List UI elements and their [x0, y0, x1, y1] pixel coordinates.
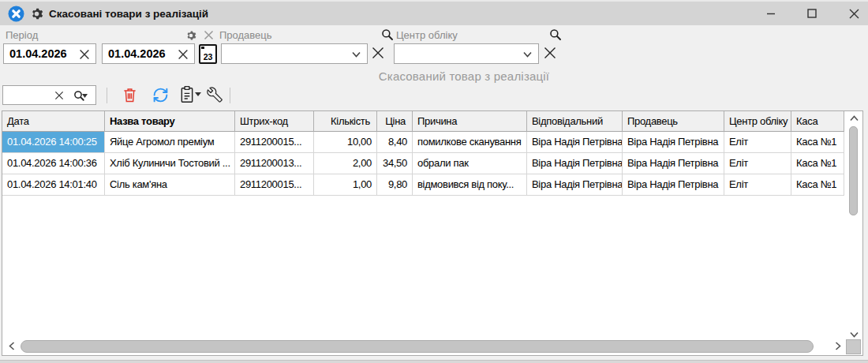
cell-product[interactable]: Сіль кам'яна [105, 174, 235, 196]
seller-search-icon[interactable] [381, 28, 394, 41]
column-header-reason[interactable]: Причина [413, 111, 527, 132]
cell-seller[interactable]: Віра Надія Петрівна [623, 153, 724, 174]
search-clear-icon[interactable] [54, 91, 65, 102]
column-header-quantity[interactable]: Кількість [314, 111, 377, 132]
cell-date[interactable]: 01.04.2026 14:01:40 [2, 174, 105, 196]
data-grid: Дата Назва товару Штрих-код Кількість Ці… [2, 110, 863, 356]
cell-date[interactable]: 01.04.2026 14:00:36 [2, 153, 105, 174]
cell-barcode[interactable]: 2911200013... [235, 153, 314, 174]
column-header-barcode[interactable]: Штрих-код [235, 111, 314, 132]
chevron-down-icon [523, 51, 532, 58]
period-label: Період [6, 29, 38, 41]
app-icon [8, 6, 24, 22]
cell-cash[interactable]: Каса №1 [791, 153, 844, 174]
cell-price[interactable]: 8,40 [377, 132, 413, 153]
cell-product[interactable]: Хліб Кулиничи Тостовий ... [105, 153, 235, 174]
cell-responsible[interactable]: Віра Надія Петрівна [527, 174, 623, 196]
table-row[interactable]: 01.04.2026 14:00:25 Яйце Агромол преміум… [2, 132, 844, 153]
gear-icon[interactable] [30, 7, 43, 21]
cell-product[interactable]: Яйце Агромол преміум [105, 132, 235, 153]
maximize-button[interactable] [796, 2, 828, 25]
horizontal-scrollbar-thumb[interactable] [21, 340, 814, 353]
delete-button[interactable] [119, 84, 140, 105]
close-button[interactable] [838, 2, 868, 25]
chevron-down-icon [352, 51, 361, 58]
table-row[interactable]: 01.04.2026 14:00:36 Хліб Кулиничи Тостов… [2, 153, 844, 174]
center-clear-button[interactable] [544, 47, 557, 60]
cell-barcode[interactable]: 2911200015... [235, 174, 314, 196]
column-header-responsible[interactable]: Відповідальний [527, 111, 623, 132]
calendar-icon[interactable]: 23 [199, 44, 217, 64]
date-to-clear-icon[interactable] [178, 49, 189, 60]
cell-center[interactable]: Еліт [724, 153, 791, 174]
cell-quantity[interactable]: 2,00 [314, 153, 377, 174]
column-header-date[interactable]: Дата [2, 111, 105, 132]
period-settings-gear-icon[interactable] [185, 30, 196, 41]
cell-reason[interactable]: помилкове сканування [413, 132, 527, 153]
cell-reason[interactable]: відмовився від поку... [413, 174, 527, 196]
window-bottom-edge [0, 360, 868, 363]
cell-quantity[interactable]: 1,00 [314, 174, 377, 196]
seller-label: Продавець [219, 29, 272, 41]
seller-clear-button[interactable] [372, 47, 385, 60]
center-combobox[interactable] [394, 43, 539, 64]
scroll-down-arrow[interactable] [850, 331, 859, 338]
column-header-price[interactable]: Ціна [377, 111, 413, 132]
cell-price[interactable]: 34,50 [377, 153, 413, 174]
cell-price[interactable]: 9,80 [377, 174, 413, 196]
cell-cash[interactable]: Каса №1 [791, 174, 844, 196]
column-header-center[interactable]: Центр обліку [724, 111, 791, 132]
cell-seller[interactable]: Віра Надія Петрівна [623, 174, 724, 196]
scroll-left-arrow[interactable] [9, 342, 15, 350]
window-title: Скасовані товари з реалізацій [49, 8, 208, 20]
center-search-icon[interactable] [549, 28, 562, 41]
table-row[interactable]: 01.04.2026 14:01:40 Сіль кам'яна 2911200… [2, 174, 844, 196]
cell-center[interactable]: Еліт [724, 174, 791, 196]
seller-combobox[interactable] [221, 43, 368, 64]
date-to-input[interactable]: 01.04.2026 [102, 43, 195, 64]
cell-seller[interactable]: Віра Надія Петрівна [623, 132, 724, 153]
grid-caption: Скасований товар з реалізації [346, 69, 582, 83]
minimize-button[interactable] [755, 2, 787, 25]
titlebar: Скасовані товари з реалізацій [0, 0, 868, 25]
cell-responsible[interactable]: Віра Надія Петрівна [527, 132, 623, 153]
cell-cash[interactable]: Каса №1 [791, 132, 844, 153]
cell-quantity[interactable]: 10,00 [314, 132, 377, 153]
cell-date[interactable]: 01.04.2026 14:00:25 [2, 132, 105, 153]
settings-wrench-button[interactable] [204, 84, 225, 105]
column-header-product[interactable]: Назва товару [105, 111, 235, 132]
period-clear-icon[interactable] [204, 30, 214, 40]
search-options-chevron-icon[interactable] [82, 94, 93, 105]
scrollbar-corner [846, 339, 861, 354]
vertical-scrollbar-thumb[interactable] [849, 126, 858, 215]
date-from-input[interactable]: 01.04.2026 [3, 43, 96, 64]
search-input[interactable] [2, 85, 96, 105]
date-from-clear-icon[interactable] [79, 49, 90, 60]
column-header-seller[interactable]: Продавець [623, 111, 724, 132]
scroll-up-arrow[interactable] [850, 115, 859, 122]
cell-responsible[interactable]: Віра Надія Петрівна [527, 153, 623, 174]
cell-barcode[interactable]: 2911200015... [235, 132, 314, 153]
scroll-right-arrow[interactable] [835, 342, 841, 350]
cell-reason[interactable]: обрали пак [413, 153, 527, 174]
column-header-cash[interactable]: Каса [791, 111, 844, 132]
cell-center[interactable]: Еліт [724, 132, 791, 153]
grid-header-row: Дата Назва товару Штрих-код Кількість Ці… [2, 111, 844, 132]
refresh-button[interactable] [150, 84, 170, 105]
center-label: Центр обліку [396, 29, 458, 41]
